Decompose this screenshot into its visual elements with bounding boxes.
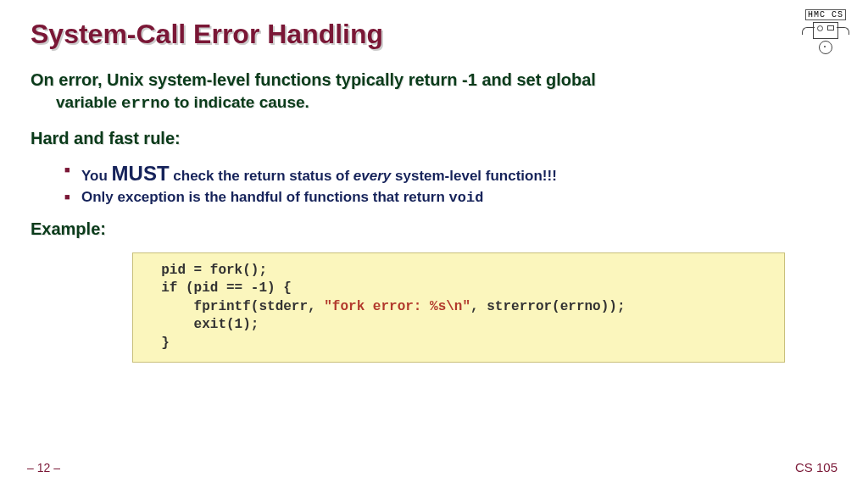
void-code: void [449,190,484,206]
every-emphasis: every [353,168,391,184]
bullet-must-check: You MUST check the return status of ever… [64,162,837,186]
logo-label: HMC CS [805,9,846,20]
code-line-2: if (pid == -1) { [145,280,292,296]
robot-wheel-icon [819,41,832,54]
code-string-literal: "fork error: %s\n" [324,299,470,314]
bullet-exception: Only exception is the handful of functio… [64,189,837,206]
must-emphasis: MUST [112,162,170,185]
course-label: CS 105 [795,460,837,474]
code-line-4: exit(1); [145,317,259,332]
intro-line2-pre: variable [56,93,121,111]
bullet2-a: Only exception is the handful of functio… [81,189,449,205]
code-line-3b: , strerror(errno)); [470,299,625,314]
errno-code: errno [121,94,170,113]
bullet1-b: check the return status of [170,168,353,184]
robot-body-icon [813,22,838,39]
rule-heading: Hard and fast rule: [31,127,837,150]
code-line-1: pid = fork(); [145,263,267,278]
slide-title: System-Call Error Handling [31,19,837,50]
intro-line1: On error, Unix system-level functions ty… [31,70,596,89]
code-line-5: } [145,336,170,351]
page-number: – 12 – [27,461,60,474]
rule-bullets: You MUST check the return status of ever… [64,162,837,206]
intro-paragraph: On error, Unix system-level functions ty… [31,69,837,115]
code-example: pid = fork(); if (pid == -1) { fprintf(s… [132,252,785,363]
bullet1-a: You [81,168,112,184]
code-line-3a: fprintf(stderr, [145,299,324,314]
intro-line2-post: to indicate cause. [170,93,309,111]
example-heading: Example: [31,218,837,241]
bullet1-c: system-level function!!! [391,168,557,184]
hmc-cs-logo: HMC CS [795,5,856,54]
